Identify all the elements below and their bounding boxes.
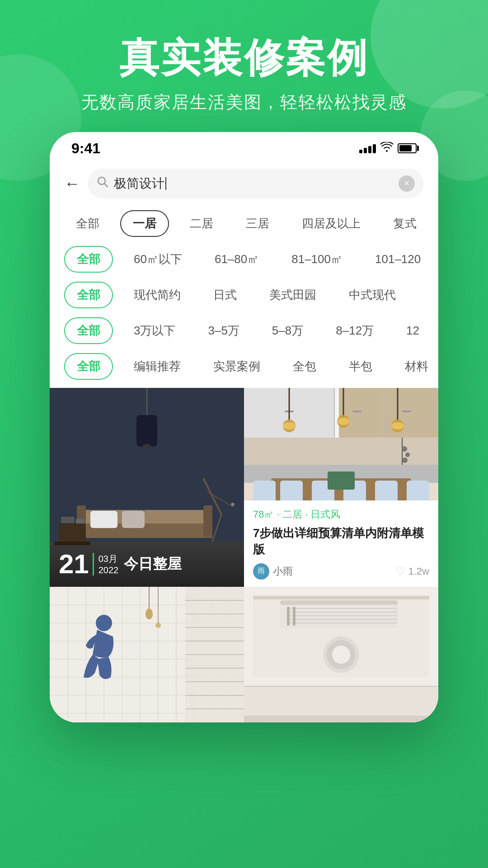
filter-chip-fushi[interactable]: 复式	[381, 211, 428, 236]
svg-point-53	[405, 453, 410, 457]
date-badge: 21 03月 2022 今日整屋	[59, 551, 235, 578]
filter-chip-120[interactable]: 101–120	[363, 248, 432, 271]
svg-point-6	[142, 444, 151, 449]
filter-chip-8w[interactable]: 5–8万	[260, 318, 315, 343]
svg-point-38	[337, 418, 350, 425]
filter-row-5: 全部 编辑推荐 实景案例 全包 半包 材料	[50, 349, 438, 384]
svg-rect-17	[61, 517, 75, 523]
date-info: 03月 2022	[93, 553, 119, 576]
filter-chip-3ju[interactable]: 三居	[234, 211, 281, 236]
card-wall-art[interactable]	[50, 587, 244, 722]
svg-point-22	[231, 503, 235, 506]
filter-chip-editorial[interactable]: 编辑推荐	[122, 354, 192, 379]
battery-icon	[398, 143, 417, 153]
svg-rect-12	[203, 505, 212, 537]
svg-rect-90	[253, 596, 429, 599]
author-info: 雨 小雨	[253, 563, 293, 580]
card-footer: 雨 小雨 ♡ 1.2w	[253, 563, 429, 580]
date-num: 21	[59, 551, 89, 578]
like-count: ♡ 1.2w	[396, 565, 429, 578]
svg-rect-18	[76, 519, 84, 524]
svg-point-52	[402, 446, 407, 452]
heart-icon: ♡	[396, 565, 406, 578]
svg-rect-99	[293, 607, 296, 626]
today-label: 今日整屋	[124, 554, 182, 574]
back-button[interactable]: ←	[64, 174, 80, 193]
filter-row-3: 全部 现代简约 日式 美式田园 中式现代	[50, 277, 438, 313]
card-ceiling[interactable]	[244, 587, 438, 722]
filter-chip-all-2[interactable]: 全部	[64, 246, 113, 273]
filter-chip-2ju[interactable]: 二居	[178, 211, 225, 236]
date-month: 03月	[99, 553, 119, 565]
svg-rect-26	[339, 388, 438, 438]
wifi-icon	[380, 142, 393, 155]
svg-rect-32	[244, 438, 438, 465]
header-section: 真实装修案例 无数高质家居生活美图，轻轻松松找灵感	[0, 0, 488, 132]
svg-point-85	[145, 609, 153, 619]
filter-chip-4ju[interactable]: 四居及以上	[290, 211, 372, 236]
svg-rect-14	[122, 511, 145, 528]
filter-chip-100[interactable]: 81–100㎡	[280, 247, 354, 272]
filter-chip-half[interactable]: 半包	[337, 354, 384, 379]
like-number: 1.2w	[408, 566, 429, 577]
card-meta: 78㎡ · 二居 · 日式风 7步做出详细预算清单内附清单模版 雨 小雨 ♡ 1…	[244, 500, 438, 587]
svg-rect-50	[328, 472, 355, 490]
svg-rect-5	[136, 415, 157, 447]
filter-chip-real[interactable]: 实景案例	[202, 354, 272, 379]
author-avatar: 雨	[253, 563, 269, 580]
filter-chip-american[interactable]: 美式田园	[258, 283, 328, 307]
filter-row-4: 全部 3万以下 3–5万 5–8万 8–12万 12	[50, 313, 438, 349]
card-date-overlay: 21 03月 2022 今日整屋	[50, 542, 244, 587]
filter-chip-full[interactable]: 全包	[281, 354, 328, 379]
status-bar: 9:41	[50, 132, 438, 161]
svg-point-41	[391, 422, 404, 429]
card-tags: 78㎡ · 二居 · 日式风	[253, 508, 429, 521]
filter-row-2: 全部 60㎡以下 61–80㎡ 81–100㎡ 101–120	[50, 241, 438, 277]
card-kitchen[interactable]: 78㎡ · 二居 · 日式风 7步做出详细预算清单内附清单模版 雨 小雨 ♡ 1…	[244, 388, 438, 587]
filter-chip-1ju[interactable]: 一居	[120, 210, 169, 237]
svg-rect-13	[90, 511, 117, 528]
date-year: 2022	[99, 565, 119, 576]
search-section: ← 极简设计 ×	[50, 161, 438, 206]
filter-chip-12w[interactable]: 8–12万	[324, 318, 385, 343]
content-grid: 21 03月 2022 今日整屋	[50, 388, 438, 722]
search-input[interactable]: 极简设计	[114, 175, 393, 192]
svg-rect-98	[287, 607, 290, 626]
svg-point-83	[96, 615, 112, 631]
filter-chip-modern[interactable]: 现代简约	[122, 283, 192, 307]
search-icon	[97, 176, 108, 191]
svg-rect-31	[402, 410, 411, 412]
filter-chip-chinese[interactable]: 中式现代	[337, 283, 408, 307]
filter-chip-japanese[interactable]: 日式	[202, 283, 249, 307]
filter-chip-80[interactable]: 61–80㎡	[203, 247, 271, 272]
signal-icon	[359, 143, 376, 153]
status-icons	[359, 142, 417, 155]
filter-chip-5w[interactable]: 3–5万	[196, 318, 251, 343]
filter-chip-all-5[interactable]: 全部	[64, 353, 113, 380]
main-title: 真实装修案例	[0, 36, 488, 80]
sub-title: 无数高质家居生活美图，轻轻松松找灵感	[0, 91, 488, 114]
filter-chip-material[interactable]: 材料	[393, 354, 438, 379]
svg-point-54	[402, 458, 408, 463]
svg-point-102	[332, 646, 350, 664]
search-bar[interactable]: 极简设计 ×	[88, 169, 424, 198]
filter-chip-all-1[interactable]: 全部	[64, 211, 111, 236]
status-time: 9:41	[71, 140, 100, 157]
filter-chip-all-3[interactable]: 全部	[64, 282, 113, 308]
filter-chip-12plus[interactable]: 12	[394, 319, 431, 342]
card-today-room[interactable]: 21 03月 2022 今日整屋	[50, 388, 244, 587]
ceiling-svg	[244, 587, 438, 722]
svg-point-35	[283, 422, 296, 429]
svg-rect-105	[244, 716, 438, 722]
filter-chip-all-4[interactable]: 全部	[64, 317, 113, 344]
phone-mockup: 9:41 ←	[50, 132, 438, 722]
svg-rect-30	[352, 410, 361, 412]
author-name: 小雨	[273, 565, 293, 578]
filter-chip-60[interactable]: 60㎡以下	[122, 247, 194, 272]
svg-point-87	[155, 623, 161, 628]
filter-row-1: 全部 一居 二居 三居 四居及以上 复式	[50, 206, 438, 241]
svg-line-1	[104, 184, 108, 187]
filter-chip-3w[interactable]: 3万以下	[122, 318, 187, 343]
svg-rect-92	[280, 600, 398, 605]
clear-button[interactable]: ×	[399, 175, 415, 192]
